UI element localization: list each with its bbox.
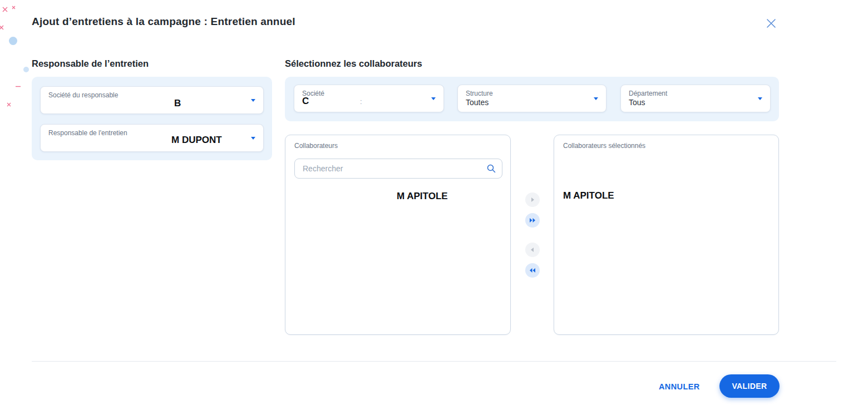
decor-x-icon xyxy=(7,102,11,107)
decor-x-icon xyxy=(2,7,8,12)
field-value: Toutes xyxy=(466,98,489,107)
chevron-down-icon xyxy=(758,97,762,100)
field-value: Tous xyxy=(629,98,645,107)
chevron-down-icon xyxy=(251,99,255,102)
dropdown-departement[interactable]: Département Tous xyxy=(620,85,771,112)
search-input[interactable] xyxy=(295,159,502,178)
chevron-down-icon xyxy=(594,97,598,100)
dropdown-societe[interactable]: Société C : xyxy=(294,85,444,112)
decor-dot xyxy=(9,37,17,45)
list-item-collaborateur[interactable]: M APITOLE xyxy=(397,191,448,202)
dropdown-societe-responsable[interactable]: Société du responsable B xyxy=(40,86,264,114)
move-all-right-button[interactable] xyxy=(525,213,540,228)
dropdown-responsable-entretien[interactable]: Responsable de l'entretien M DUPONT xyxy=(40,124,264,152)
decor-dot xyxy=(23,67,29,72)
field-value: C xyxy=(302,96,309,107)
chevron-down-icon xyxy=(431,97,436,100)
search-icon xyxy=(486,164,496,176)
section-heading-collaborateurs: Sélectionnez les collaborateurs xyxy=(285,58,422,69)
move-all-left-button[interactable] xyxy=(525,263,540,278)
field-label: Structure xyxy=(466,90,493,97)
modal-title: Ajout d’entretiens à la campagne : Entre… xyxy=(32,16,295,28)
listbox-label: Collaborateurs xyxy=(294,142,338,150)
cancel-button[interactable]: ANNULER xyxy=(652,378,707,396)
decor-dash xyxy=(16,86,21,87)
section-heading-responsable: Responsable de l’entretien xyxy=(32,58,149,69)
dropdown-structure[interactable]: Structure Toutes xyxy=(457,85,606,112)
field-value: M DUPONT xyxy=(171,135,222,146)
field-value: B xyxy=(174,98,181,109)
chevron-down-icon xyxy=(251,137,255,140)
field-label: Responsable de l'entretien xyxy=(48,129,127,137)
move-left-button[interactable] xyxy=(525,243,540,257)
collaborateurs-selectionnes-listbox: Collaborateurs sélectionnés M APITOLE xyxy=(554,135,779,335)
move-right-button[interactable] xyxy=(525,192,540,207)
decor-x-icon xyxy=(12,6,16,9)
collaborateurs-listbox: Collaborateurs M APITOLE xyxy=(285,135,511,335)
decor-x-icon xyxy=(0,25,4,30)
list-item-collaborateur-selected[interactable]: M APITOLE xyxy=(563,190,614,201)
submit-button[interactable]: VALIDER xyxy=(719,374,780,398)
field-label: Société du responsable xyxy=(48,91,118,99)
modal-dialog: Ajout d’entretiens à la campagne : Entre… xyxy=(0,0,868,415)
field-value-suffix: : xyxy=(360,97,362,106)
search-field xyxy=(294,159,502,179)
field-label: Département xyxy=(629,90,667,97)
footer-divider xyxy=(32,361,836,362)
close-icon[interactable] xyxy=(763,16,779,31)
listbox-label: Collaborateurs sélectionnés xyxy=(563,142,645,150)
